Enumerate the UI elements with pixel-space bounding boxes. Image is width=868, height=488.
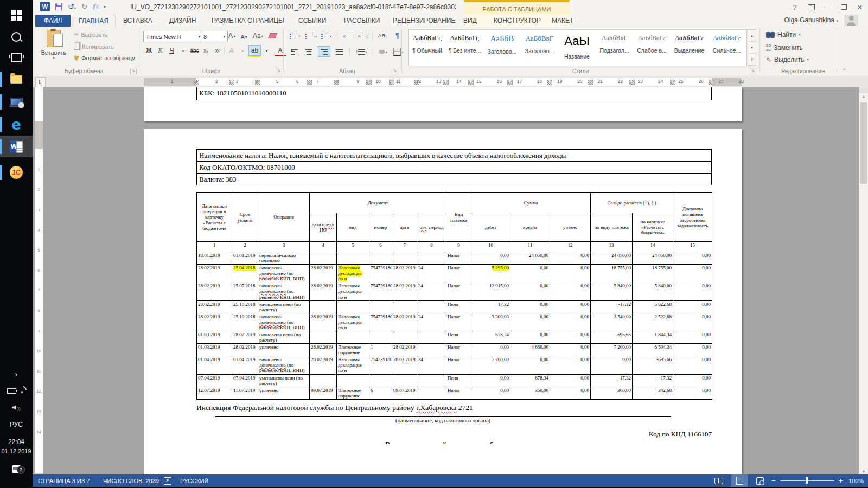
font-name-combo[interactable]: Times New R▼ [143, 31, 203, 42]
styles-scroll-down-button[interactable]: ▼ [748, 42, 756, 54]
user-account-menu[interactable]: Olga Ganushkina ▾ [784, 16, 838, 24]
action-center-button[interactable]: 2 [0, 465, 33, 475]
shrink-font-button[interactable]: A▼ [239, 32, 250, 42]
ruler-table-marker[interactable] [366, 80, 372, 85]
style-item[interactable]: АаБбВвГг,¶ Обычный [409, 30, 446, 66]
scrollbar-thumb[interactable] [860, 102, 867, 184]
style-item[interactable]: АаБбВвГгСлабое в... [633, 30, 671, 66]
ruler-table-marker[interactable] [547, 80, 552, 85]
paragraph-dialog-launcher[interactable]: ⇘ [392, 68, 398, 74]
taskbar-remote-desktop[interactable] [0, 91, 33, 113]
undo-button[interactable]: ↺▾ [68, 2, 76, 11]
page-2[interactable]: Наименование налога: Налог, взимаемый с … [144, 129, 742, 474]
proofing-status[interactable]: ✗ [164, 474, 171, 487]
taskbar-word[interactable]: W [0, 136, 33, 157]
select-button[interactable]: ⇖Выделить▾ [766, 56, 809, 63]
ruler-table-marker[interactable] [507, 80, 513, 85]
styles-scroll-up-button[interactable]: ▲ [748, 30, 756, 42]
borders-button[interactable]: ▾ [392, 47, 404, 56]
text-effects-dropdown[interactable]: ▾ [237, 46, 248, 55]
bold-button[interactable]: Ж [143, 46, 155, 55]
tab-insert[interactable]: ВСТАВКА [117, 15, 159, 27]
zoom-out-button[interactable]: − [771, 474, 776, 487]
web-layout-button[interactable] [752, 474, 768, 487]
tab-review[interactable]: РЕЦЕНЗИРОВАНИЕ [386, 15, 462, 27]
print-preview-button[interactable]: ⎙ [93, 3, 98, 10]
tab-view[interactable]: ВИД [457, 15, 483, 27]
style-item[interactable]: АаБбВвГгСильное... [708, 30, 745, 66]
shading-button[interactable]: ▾ [378, 47, 389, 56]
taskbar-1c[interactable]: 1С [0, 162, 33, 183]
ruler-table-marker[interactable] [307, 80, 312, 85]
style-item[interactable]: АаБбВвГПодзагол... [596, 30, 633, 66]
taskbar-search[interactable] [0, 26, 33, 48]
style-item[interactable]: АаБбВвГгВыделение [671, 30, 708, 66]
close-button[interactable]: ✕ [852, 0, 868, 14]
multilevel-list-button[interactable]: ▾ [320, 31, 333, 41]
minimize-button[interactable]: — [819, 0, 835, 14]
task-view-button[interactable] [0, 47, 33, 68]
highlight-dropdown[interactable]: ▾ [261, 46, 272, 55]
zoom-slider-thumb[interactable] [806, 477, 808, 484]
justify-button[interactable] [334, 47, 345, 56]
ruler-table-marker[interactable] [443, 80, 449, 85]
styles-more-button[interactable]: ⊽ [748, 54, 756, 66]
tray-show-hidden[interactable]: › [0, 370, 33, 378]
tab-table-layout[interactable]: МАКЕТ [545, 15, 580, 27]
tab-home[interactable]: ГЛАВНАЯ [72, 15, 116, 27]
zoom-level[interactable]: 100% [848, 474, 864, 487]
tray-clock-time[interactable]: 22:04 [0, 438, 33, 446]
style-item[interactable]: АаБбВЗаголово... [483, 30, 521, 66]
increase-indent-button[interactable] [356, 31, 368, 41]
page-1[interactable]: КБК: 18210501011010000110 [144, 87, 742, 121]
italic-button[interactable]: К [155, 46, 166, 55]
tab-mailings[interactable]: РАССЫЛКИ [337, 15, 386, 27]
page-indicator[interactable]: СТРАНИЦА 3 ИЗ 7 [38, 474, 90, 487]
decrease-indent-button[interactable] [342, 31, 353, 41]
collapse-ribbon-button[interactable]: ⌃ [842, 68, 846, 74]
horizontal-ruler[interactable]: 1123456789101112131415161718192021222324… [144, 78, 742, 86]
align-right-button[interactable] [318, 46, 330, 57]
subscript-button[interactable]: x₂ [200, 46, 212, 55]
grow-font-button[interactable]: A▲ [227, 31, 238, 41]
format-painter-button[interactable]: Формат по образцу [74, 55, 135, 61]
tray-power-network[interactable] [0, 386, 33, 396]
vertical-scrollbar[interactable]: ▲ ▼ [859, 87, 868, 474]
tray-clock-date[interactable]: 01.12.2019 [0, 448, 33, 454]
ruler-table-marker[interactable] [389, 80, 394, 85]
clipboard-dialog-launcher[interactable]: ⇘ [130, 68, 137, 74]
avatar[interactable] [844, 15, 858, 26]
style-item[interactable]: АаБбВвГг,¶ Без инте... [446, 30, 483, 66]
start-button[interactable] [0, 4, 33, 26]
bullet-list-button[interactable]: ▾ [289, 31, 301, 41]
font-dialog-launcher[interactable]: ⇘ [276, 68, 282, 74]
save-button[interactable] [55, 3, 62, 10]
clear-formatting-button[interactable] [267, 31, 278, 41]
style-item[interactable]: АаБбВвГЗаголово... [521, 30, 558, 66]
ruler-table-marker[interactable] [468, 80, 474, 85]
tray-language[interactable]: РУС [0, 421, 33, 428]
tab-file[interactable]: ФАЙЛ [35, 15, 71, 27]
scrollbar-split-box[interactable] [859, 87, 868, 93]
print-layout-button[interactable] [731, 474, 748, 487]
ruler-table-marker[interactable] [588, 80, 593, 85]
copy-button[interactable]: Копировать [74, 43, 114, 50]
taskbar-file-explorer[interactable] [0, 68, 33, 90]
replace-button[interactable]: abacЗаменить [766, 43, 803, 52]
change-case-button[interactable]: Aa▾ [252, 31, 264, 41]
style-item[interactable]: АаЫНазвание [558, 30, 596, 66]
line-spacing-button[interactable]: ↕▾ [354, 47, 368, 56]
ruler-table-marker[interactable] [670, 80, 675, 85]
vertical-ruler[interactable]: 1234567891011121314 [35, 87, 43, 474]
word-count[interactable]: ЧИСЛО СЛОВ: 2039 [103, 474, 159, 487]
ruler-table-marker[interactable] [629, 80, 635, 85]
styles-dialog-launcher[interactable]: ⇘ [750, 68, 756, 74]
redo-button[interactable]: ↻ [81, 2, 88, 11]
help-button[interactable]: ? [787, 0, 803, 14]
font-color-button[interactable]: А [275, 46, 286, 55]
customize-qat-button[interactable]: ▾ [104, 4, 106, 9]
strikethrough-button[interactable]: abc [189, 46, 200, 55]
align-left-button[interactable] [289, 47, 300, 56]
tab-references[interactable]: ССЫЛКИ [292, 15, 333, 27]
language-indicator[interactable]: РУССКИЙ [180, 474, 208, 487]
